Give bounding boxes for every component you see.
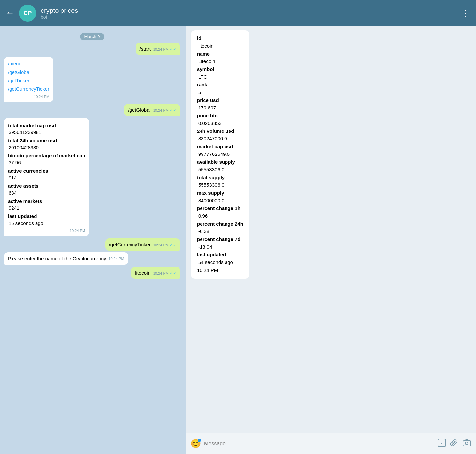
read-ticks: ✓✓ (170, 47, 176, 52)
message-text: /start (140, 46, 151, 52)
message-time: 10:24 PM (109, 256, 124, 261)
data-value: 9241 (8, 204, 85, 211)
more-options-button[interactable]: ⋮ (461, 8, 471, 19)
message-time: 10:24 PM (70, 228, 85, 233)
data-value: 634 (8, 189, 85, 196)
data-value: LTC (197, 73, 243, 81)
data-value: 84000000.0 (197, 197, 243, 204)
data-value: 914 (8, 174, 85, 181)
chat-title: crypto prices (41, 7, 461, 14)
message-time: 10:24 PM (197, 267, 218, 273)
table-row: /getCurrencyTicker 10:24 PM ✓✓ (4, 238, 180, 251)
received-bubble: total market cap usd 395641239981 total … (4, 118, 89, 236)
data-label: percent change 24h (197, 221, 243, 227)
command-link[interactable]: /menu (8, 60, 49, 68)
data-label: total supply (197, 175, 225, 180)
data-label: available supply (197, 159, 235, 165)
data-label: total market cap usd (8, 122, 85, 129)
received-bubble: /menu /getGlobal /getTicker /getCurrency… (4, 57, 53, 102)
data-value: 5 (197, 89, 243, 96)
data-value: Litecoin (197, 58, 243, 65)
data-label: rank (197, 82, 207, 87)
data-value: 55553306.0 (197, 181, 243, 189)
attach-button[interactable] (450, 438, 459, 449)
table-row: /menu /getGlobal /getTicker /getCurrency… (4, 57, 180, 102)
data-label: price usd (197, 97, 219, 103)
chat-layout: March 9 /start 10:24 PM ✓✓ /menu /getGlo… (0, 26, 476, 454)
data-label: market cap usd (197, 144, 233, 149)
table-row: total market cap usd 395641239981 total … (4, 118, 180, 236)
sent-bubble: /getGlobal 10:24 PM ✓✓ (124, 104, 180, 116)
data-label: active currencies (8, 167, 85, 174)
data-value: 179.607 (197, 104, 243, 112)
data-label: bitcoin percentage of market cap (8, 152, 85, 159)
message-time: 10:24 PM ✓✓ (153, 47, 176, 52)
message-time: 10:24 PM ✓✓ (153, 242, 176, 248)
data-label: id (197, 36, 201, 41)
data-value: 395641239981 (8, 129, 85, 136)
data-value: -0.38 (197, 228, 243, 235)
commands-button[interactable]: / (437, 438, 446, 449)
data-value: 0.0203853 (197, 120, 243, 127)
message-time: 10:24 PM (34, 94, 49, 99)
data-label: name (197, 51, 210, 57)
received-bubble: Please enter the name of the Cryptocurre… (4, 252, 128, 265)
camera-button[interactable] (462, 438, 471, 449)
message-text: /getCurrencyTicker (109, 242, 151, 247)
avatar: CP (19, 5, 36, 22)
chat-header: ← CP crypto prices bot ⋮ (0, 0, 476, 26)
data-value: 54 seconds ago (197, 259, 243, 266)
data-value: 37.96 (8, 159, 85, 166)
data-label: percent change 1h (197, 205, 241, 211)
data-label: active markets (8, 198, 85, 204)
panel-divider (185, 26, 185, 454)
data-label: percent change 7d (197, 236, 241, 242)
data-label: last updated (197, 252, 226, 257)
data-value: litecoin (197, 42, 243, 50)
read-ticks: ✓✓ (170, 243, 176, 247)
chat-subtitle: bot (41, 14, 461, 20)
data-value: 9977762549.0 (197, 151, 243, 158)
notification-dot (198, 439, 201, 442)
data-value: -13.04 (197, 243, 243, 251)
command-link[interactable]: /getTicker (8, 76, 49, 85)
message-time: 10:24 PM ✓✓ (153, 271, 176, 276)
emoji-button[interactable]: 😊 (190, 439, 201, 449)
sent-bubble: litecoin 10:24 PM ✓✓ (131, 267, 180, 279)
right-messages-area: id litecoin name Litecoin symbol LTC ran… (186, 26, 476, 433)
table-row: Please enter the name of the Cryptocurre… (4, 252, 180, 265)
svg-point-3 (465, 442, 468, 445)
chat-left-panel: March 9 /start 10:24 PM ✓✓ /menu /getGlo… (0, 26, 184, 454)
table-row: id litecoin name Litecoin symbol LTC ran… (191, 30, 471, 279)
svg-rect-2 (463, 441, 471, 446)
date-badge: March 9 (4, 34, 180, 39)
table-row: /getGlobal 10:24 PM ✓✓ (4, 104, 180, 116)
chat-right-panel: id litecoin name Litecoin symbol LTC ran… (186, 26, 476, 454)
message-time: 10:24 PM ✓✓ (153, 108, 176, 113)
sent-bubble: /start 10:24 PM ✓✓ (136, 43, 180, 55)
table-row: litecoin 10:24 PM ✓✓ (4, 267, 180, 279)
header-info: crypto prices bot (41, 7, 461, 20)
svg-text:/: / (440, 441, 443, 446)
read-ticks: ✓✓ (170, 108, 176, 113)
data-label: total 24h volume usd (8, 137, 85, 144)
command-link[interactable]: /getGlobal (8, 68, 49, 77)
data-label: 24h volume usd (197, 128, 234, 134)
table-row: /start 10:24 PM ✓✓ (4, 43, 180, 55)
data-label: last updated (8, 213, 85, 220)
data-label: max supply (197, 190, 224, 196)
read-ticks: ✓✓ (170, 271, 176, 275)
data-value: 0.96 (197, 212, 243, 220)
message-input-area: 😊 / (186, 433, 476, 454)
message-input[interactable] (204, 441, 434, 447)
message-text: /getGlobal (128, 107, 150, 113)
data-label: active assets (8, 182, 85, 189)
command-link[interactable]: /getCurrencyTicker (8, 85, 49, 93)
data-value: 830247000.0 (197, 135, 243, 143)
message-text: Please enter the name of the Cryptocurre… (8, 256, 106, 261)
message-text: litecoin (135, 270, 151, 275)
data-value: 55553306.0 (197, 166, 243, 174)
back-button[interactable]: ← (5, 8, 14, 18)
received-bubble: id litecoin name Litecoin symbol LTC ran… (191, 30, 249, 279)
sent-bubble: /getCurrencyTicker 10:24 PM ✓✓ (105, 238, 180, 251)
